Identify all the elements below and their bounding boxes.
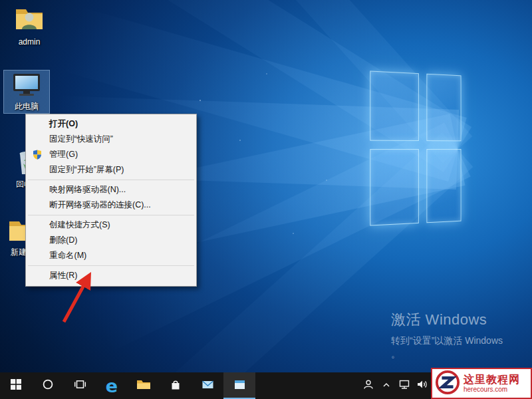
- window-pane: [427, 74, 462, 141]
- menu-item-label: 创建快捷方式(S): [49, 220, 110, 229]
- windows-logo-icon: [11, 379, 21, 392]
- chevron-up-icon: [382, 380, 391, 392]
- cortana-search-button[interactable]: [32, 372, 64, 399]
- user-folder-icon: [14, 5, 45, 36]
- network-icon: [398, 379, 410, 392]
- site-watermark-badge: 这里教程网 herecours.com: [431, 368, 532, 399]
- menu-item-map-network-drive[interactable]: 映射网络驱动器(N)...: [26, 182, 196, 198]
- volume-button[interactable]: [413, 372, 431, 399]
- mail-envelope-icon: [201, 380, 214, 392]
- task-view-icon: [74, 379, 86, 392]
- file-explorer-button[interactable]: [128, 372, 160, 399]
- icon-label: admin: [19, 38, 41, 47]
- menu-separator: [28, 265, 194, 266]
- edge-icon: e: [106, 377, 118, 395]
- menu-item-pin-quick-access[interactable]: 固定到“快速访问”: [26, 132, 196, 147]
- active-app-button[interactable]: [223, 372, 255, 399]
- menu-item-label: 属性(R): [49, 271, 77, 280]
- site-domain: herecours.com: [464, 386, 520, 394]
- watermark-title: 激活 Windows: [391, 310, 503, 330]
- menu-item-label: 断开网络驱动器的连接(C)...: [49, 200, 151, 209]
- site-title: 这里教程网: [464, 374, 520, 386]
- activate-windows-watermark: 激活 Windows 转到“设置”以激活 Windows 。: [391, 310, 503, 360]
- edge-browser-button[interactable]: e: [96, 372, 128, 399]
- menu-item-label: 打开(O): [49, 119, 78, 128]
- menu-item-label: 映射网络驱动器(N)...: [49, 185, 126, 194]
- site-logo-icon: [435, 370, 460, 398]
- icon-label: 此电脑: [15, 102, 39, 111]
- menu-item-label: 重命名(M): [49, 251, 86, 260]
- menu-item-pin-to-start[interactable]: 固定到“开始”屏幕(P): [26, 162, 196, 178]
- menu-item-label: 固定到“快速访问”: [49, 134, 113, 144]
- window-pane: [370, 149, 419, 226]
- active-app-window-icon: [234, 380, 245, 392]
- menu-item-label: 固定到“开始”屏幕(P): [49, 165, 124, 174]
- window-pane: [427, 149, 462, 223]
- speaker-icon: [416, 379, 428, 392]
- desktop-icon-admin[interactable]: admin: [7, 5, 52, 47]
- people-icon: [362, 379, 374, 392]
- task-view-button[interactable]: [64, 372, 96, 399]
- menu-separator: [28, 180, 194, 180]
- file-explorer-icon: [136, 378, 151, 393]
- watermark-period: 。: [391, 348, 503, 360]
- menu-item-label: 管理(G): [49, 150, 78, 159]
- computer-icon: [12, 73, 41, 100]
- people-button[interactable]: [359, 372, 377, 399]
- store-bag-icon: [170, 379, 182, 393]
- menu-separator: [28, 215, 194, 215]
- search-icon: [42, 378, 54, 393]
- menu-item-rename[interactable]: 重命名(M): [26, 248, 196, 263]
- window-pane: [370, 70, 419, 140]
- menu-item-delete[interactable]: 删除(D): [26, 233, 196, 248]
- network-button[interactable]: [395, 372, 413, 399]
- desktop-icon-this-pc[interactable]: 此电脑: [4, 70, 49, 113]
- context-menu: 打开(O) 固定到“快速访问” 管理(G) 固定到“开始”屏幕(P) 映射网络驱…: [25, 114, 197, 287]
- start-button[interactable]: [0, 372, 32, 399]
- menu-item-manage[interactable]: 管理(G): [26, 147, 196, 162]
- windows-logo-window: [370, 70, 461, 225]
- menu-item-disconnect-network-drive[interactable]: 断开网络驱动器的连接(C)...: [26, 198, 196, 213]
- dust-particles: [200, 100, 201, 101]
- menu-item-properties[interactable]: 属性(R): [26, 268, 196, 283]
- watermark-subtitle: 转到“设置”以激活 Windows: [391, 335, 503, 347]
- mail-button[interactable]: [192, 372, 223, 399]
- show-hidden-icons-button[interactable]: [377, 372, 395, 399]
- menu-item-open[interactable]: 打开(O): [26, 116, 196, 132]
- menu-item-create-shortcut[interactable]: 创建快捷方式(S): [26, 217, 196, 233]
- menu-item-label: 删除(D): [49, 235, 77, 245]
- system-tray: [359, 372, 431, 399]
- store-button[interactable]: [160, 372, 192, 399]
